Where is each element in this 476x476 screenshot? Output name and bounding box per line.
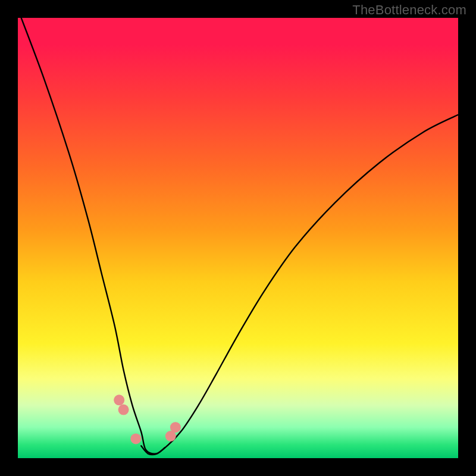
curve-markers xyxy=(114,394,181,444)
chart-canvas: TheBottleneck.com xyxy=(0,0,476,476)
bottleneck-curve xyxy=(18,18,458,458)
curve-marker xyxy=(118,405,129,415)
curve-marker xyxy=(170,422,181,433)
curve-marker xyxy=(130,433,141,444)
plot-area xyxy=(18,18,458,458)
curve-path xyxy=(18,9,458,453)
curve-marker xyxy=(114,394,124,405)
watermark-text: TheBottleneck.com xyxy=(352,2,466,18)
